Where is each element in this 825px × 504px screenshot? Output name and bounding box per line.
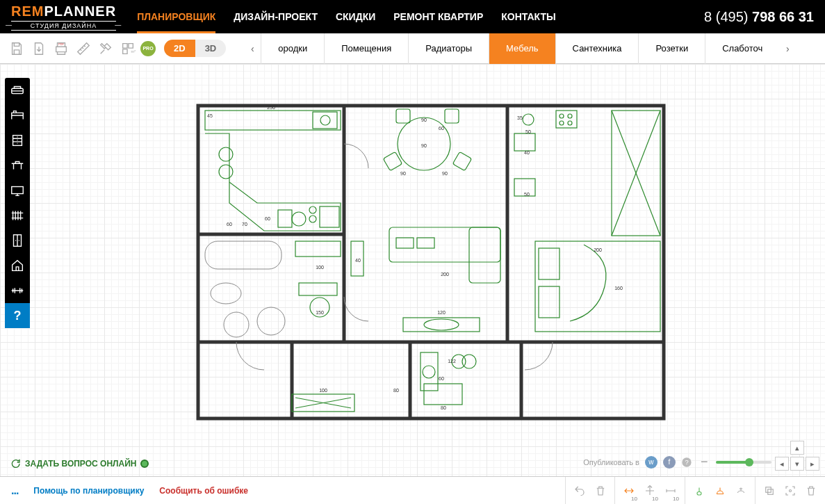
tab-furniture[interactable]: Мебель (489, 33, 555, 64)
zoom-slider[interactable] (716, 461, 771, 464)
snap-resize-button[interactable]: 10 (661, 480, 680, 502)
svg-text:160: 160 (614, 286, 623, 291)
svg-point-42 (559, 114, 564, 118)
pan-right-button[interactable]: ▸ (806, 457, 819, 471)
undo-button[interactable] (570, 480, 589, 502)
sb-dresser-icon[interactable] (5, 128, 30, 153)
trash-button[interactable] (801, 480, 821, 502)
svg-text:40: 40 (524, 150, 530, 155)
tools-icon[interactable] (96, 39, 115, 58)
measure-icon[interactable] (74, 39, 93, 58)
svg-rect-15 (278, 210, 292, 227)
pan-up-button[interactable]: ▴ (790, 441, 804, 455)
svg-text:122: 122 (448, 359, 456, 364)
tab-rooms[interactable]: Помещения (324, 33, 408, 64)
delete-button[interactable] (591, 480, 610, 502)
sb-sofa-icon[interactable] (5, 78, 30, 103)
sb-table-icon[interactable] (5, 153, 30, 178)
save-icon[interactable] (7, 39, 26, 58)
phone[interactable]: 8 (495) 798 66 31 (704, 9, 814, 25)
svg-rect-23 (383, 152, 402, 170)
sb-door-icon[interactable] (5, 228, 30, 253)
svg-rect-26 (469, 227, 500, 283)
sb-gym-icon[interactable] (5, 278, 30, 303)
nav-contacts[interactable]: КОНТАКТЫ (501, 11, 555, 22)
svg-rect-19 (320, 206, 339, 227)
canvas[interactable]: 250 45 90 90 60 35 50 90 90 40 50 70 60 … (0, 64, 825, 476)
view-2d-button[interactable]: 2D (164, 40, 195, 57)
svg-rect-94 (766, 487, 771, 492)
vk-icon[interactable]: w (645, 456, 657, 469)
tab-sockets[interactable]: Розетки (638, 33, 705, 64)
svg-text:35: 35 (517, 115, 523, 120)
toggle-b-button[interactable] (710, 480, 730, 502)
svg-point-14 (219, 165, 233, 179)
toggle-a-button[interactable] (689, 480, 709, 502)
focus-button[interactable] (781, 480, 800, 502)
ask-question-button[interactable]: ЗАДАТЬ ВОПРОС ОНЛАЙН (10, 458, 149, 469)
area-icon[interactable]: m² (118, 39, 138, 58)
sb-help-button[interactable]: ? (5, 303, 30, 328)
tab-partial-right[interactable]: Слаботоч (705, 33, 779, 64)
svg-point-58 (211, 283, 241, 304)
svg-point-44 (559, 121, 564, 125)
svg-point-96 (790, 489, 792, 491)
snap-rotate-button[interactable]: 10 (640, 480, 660, 502)
svg-point-45 (568, 121, 572, 125)
facebook-icon[interactable]: f (663, 456, 676, 469)
sb-radiator-icon[interactable] (5, 203, 30, 228)
svg-text:60: 60 (227, 222, 232, 227)
svg-text:90: 90 (421, 117, 427, 122)
pro-badge[interactable]: PRO (140, 41, 156, 56)
tabs-scroll-right[interactable]: › (779, 33, 796, 64)
svg-text:70: 70 (242, 222, 247, 227)
sb-bed-icon[interactable] (5, 103, 30, 128)
view-3d-button[interactable]: 3D (195, 40, 227, 57)
tab-partial-left[interactable]: ородки (261, 33, 324, 64)
tabs-scroll-left[interactable]: ‹ (244, 33, 261, 64)
svg-text:200: 200 (441, 272, 449, 277)
svg-rect-48 (539, 286, 559, 318)
svg-rect-29 (403, 318, 480, 332)
svg-rect-22 (445, 109, 459, 123)
svg-text:80: 80 (393, 388, 399, 393)
logo[interactable]: REMPLANNER СТУДИЯ ДИЗАЙНА (11, 3, 116, 31)
report-error-link[interactable]: Сообщить об ошибке (159, 486, 248, 496)
pan-left-button[interactable]: ◂ (775, 457, 789, 471)
publish-row: Опубликовать в w f ? − + (583, 455, 790, 469)
help-link[interactable]: Помощь по планировщику (33, 486, 144, 496)
chat-icon (10, 458, 21, 469)
logo-planner: PLANNER (44, 3, 116, 19)
pan-down-button[interactable]: ▾ (790, 457, 804, 471)
tab-radiators[interactable]: Радиаторы (408, 33, 489, 64)
floorplan[interactable]: 250 45 90 90 60 35 50 90 90 40 50 70 60 … (195, 102, 667, 422)
svg-point-12 (320, 115, 330, 125)
layers-button[interactable] (760, 480, 779, 502)
zoom-out-button[interactable]: − (698, 455, 711, 469)
snap-move-button[interactable]: 10 (619, 480, 639, 502)
nav-discounts[interactable]: СКИДКИ (336, 11, 375, 22)
nav-renovation[interactable]: РЕМОНТ КВАРТИР (393, 11, 483, 22)
sb-tv-icon[interactable] (5, 178, 30, 203)
svg-text:60: 60 (265, 216, 270, 221)
svg-text:150: 150 (316, 310, 324, 315)
print-pdf-icon[interactable]: PDF (51, 39, 71, 58)
online-dot-icon (140, 460, 149, 468)
furniture-sidebar: ? (5, 78, 30, 328)
svg-rect-11 (313, 112, 337, 129)
footer-more-button[interactable]: ... (11, 485, 18, 497)
export-icon[interactable] (29, 39, 49, 58)
svg-text:?: ? (685, 459, 688, 466)
svg-text:60: 60 (439, 376, 444, 381)
svg-rect-41 (556, 111, 577, 128)
nav-design[interactable]: ДИЗАЙН-ПРОЕКТ (234, 11, 318, 22)
svg-rect-33 (299, 283, 337, 295)
logo-subtitle: СТУДИЯ ДИЗАЙНА (11, 21, 116, 31)
sb-house-icon[interactable] (5, 253, 30, 278)
svg-rect-38 (514, 133, 535, 151)
tab-plumbing[interactable]: Сантехника (555, 33, 639, 64)
nav-planner[interactable]: ПЛАНИРОВЩИК (137, 11, 215, 22)
toggle-c-button[interactable] (731, 480, 751, 502)
svg-point-60 (257, 307, 285, 335)
help-circle-icon[interactable]: ? (681, 457, 692, 468)
